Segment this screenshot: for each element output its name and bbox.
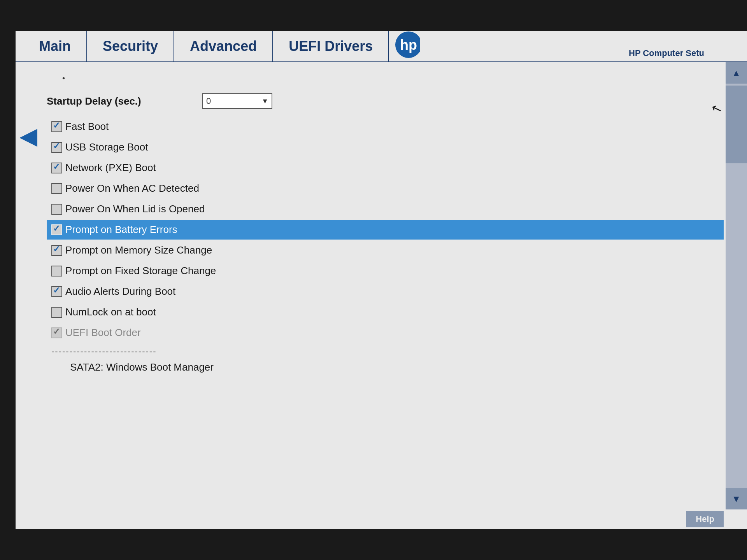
scroll-down-button[interactable]: ▼ xyxy=(726,488,747,509)
checkbox-label-fast-boot: Fast Boot xyxy=(65,121,109,133)
boot-manager-row: SATA2: Windows Boot Manager xyxy=(47,360,724,375)
checkbox-box-prompt-battery-errors xyxy=(51,224,62,235)
checkbox-box-power-on-lid xyxy=(51,204,62,215)
tab-advanced[interactable]: Advanced xyxy=(174,31,273,61)
checkbox-label-audio-alerts-boot: Audio Alerts During Boot xyxy=(65,285,175,298)
back-arrow[interactable]: ◀ xyxy=(19,124,37,148)
checkbox-label-prompt-memory-change: Prompt on Memory Size Change xyxy=(65,244,212,256)
scroll-thumb[interactable] xyxy=(726,86,747,163)
checkbox-item-audio-alerts-boot[interactable]: Audio Alerts During Boot xyxy=(47,282,724,301)
checkbox-item-prompt-memory-change[interactable]: Prompt on Memory Size Change xyxy=(47,240,724,260)
checkbox-box-audio-alerts-boot xyxy=(51,286,62,297)
startup-delay-dropdown-arrow: ▼ xyxy=(261,97,268,105)
tab-security[interactable]: Security xyxy=(87,31,174,61)
scrollbar: ▲ ▼ xyxy=(726,62,747,509)
checkbox-box-usb-storage-boot xyxy=(51,142,62,153)
checkbox-label-uefi-boot-order: UEFI Boot Order xyxy=(65,327,141,339)
bios-screen: Main Security Advanced UEFI Drivers hp H… xyxy=(16,31,747,529)
footer-bar: Help xyxy=(16,509,747,529)
checkbox-list: Fast BootUSB Storage BootNetwork (PXE) B… xyxy=(47,117,724,343)
checkbox-item-usb-storage-boot[interactable]: USB Storage Boot xyxy=(47,137,724,157)
content-area: ◀ • Startup Delay (sec.) 0 ▼ Fast BootUS… xyxy=(16,62,747,509)
tab-uefi-drivers[interactable]: UEFI Drivers xyxy=(273,31,389,61)
checkbox-item-prompt-fixed-storage[interactable]: Prompt on Fixed Storage Change xyxy=(47,261,724,281)
checkbox-label-numlock-boot: NumLock on at boot xyxy=(65,306,156,318)
checkbox-item-prompt-battery-errors[interactable]: Prompt on Battery Errors xyxy=(47,220,724,240)
scroll-up-button[interactable]: ▲ xyxy=(726,62,747,84)
checkbox-label-power-on-ac: Power On When AC Detected xyxy=(65,182,199,194)
dot-indicator: • xyxy=(62,74,65,83)
startup-delay-row: Startup Delay (sec.) 0 ▼ xyxy=(47,93,724,109)
checkbox-item-fast-boot[interactable]: Fast Boot xyxy=(47,117,724,136)
checkbox-label-prompt-fixed-storage: Prompt on Fixed Storage Change xyxy=(65,265,216,277)
checkbox-label-power-on-lid: Power On When Lid is Opened xyxy=(65,203,205,215)
checkbox-item-power-on-lid[interactable]: Power On When Lid is Opened xyxy=(47,199,724,219)
checkbox-label-usb-storage-boot: USB Storage Boot xyxy=(65,141,148,153)
hp-logo: hp xyxy=(389,31,420,58)
separator: ----------------------------- xyxy=(47,343,724,360)
checkbox-label-network-pxe-boot: Network (PXE) Boot xyxy=(65,162,156,174)
checkbox-label-prompt-battery-errors: Prompt on Battery Errors xyxy=(65,224,177,236)
checkbox-box-numlock-boot xyxy=(51,307,62,318)
tab-main[interactable]: Main xyxy=(23,31,87,61)
checkbox-box-network-pxe-boot xyxy=(51,163,62,173)
checkbox-item-power-on-ac[interactable]: Power On When AC Detected xyxy=(47,178,724,198)
checkbox-box-uefi-boot-order xyxy=(51,327,62,338)
checkbox-box-prompt-fixed-storage xyxy=(51,266,62,276)
nav-bar: Main Security Advanced UEFI Drivers hp H… xyxy=(16,31,747,62)
checkbox-item-network-pxe-boot[interactable]: Network (PXE) Boot xyxy=(47,158,724,178)
checkbox-box-fast-boot xyxy=(51,121,62,132)
checkbox-item-numlock-boot[interactable]: NumLock on at boot xyxy=(47,302,724,322)
hp-subtitle: HP Computer Setu xyxy=(629,48,704,58)
checkbox-box-power-on-ac xyxy=(51,183,62,194)
startup-delay-select[interactable]: 0 ▼ xyxy=(202,93,272,109)
startup-delay-label: Startup Delay (sec.) xyxy=(47,95,202,107)
checkbox-item-uefi-boot-order[interactable]: UEFI Boot Order xyxy=(47,323,724,343)
help-button[interactable]: Help xyxy=(686,511,724,527)
checkbox-box-prompt-memory-change xyxy=(51,245,62,256)
startup-delay-value: 0 xyxy=(206,96,261,106)
svg-text:hp: hp xyxy=(400,37,417,53)
